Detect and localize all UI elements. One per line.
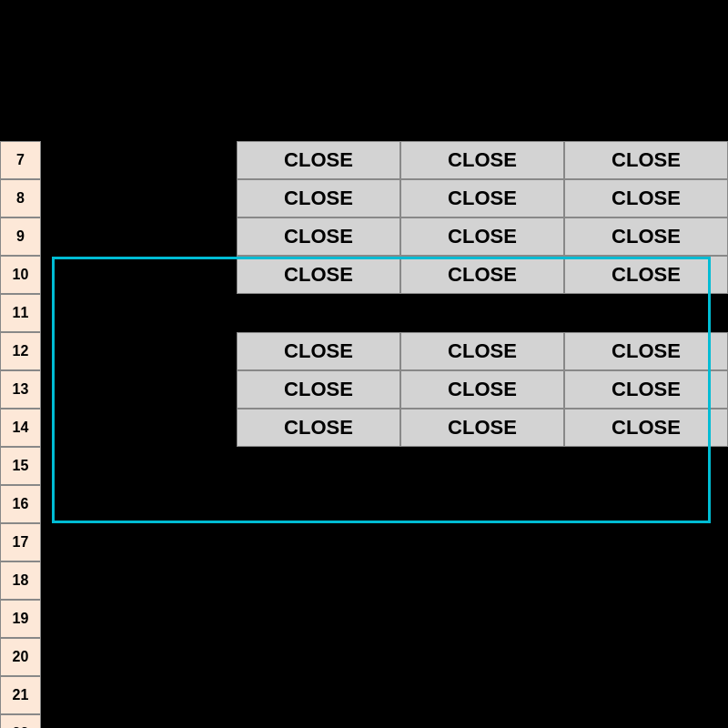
close-cell[interactable]: CLOSE [237, 409, 400, 447]
empty-cell [400, 561, 564, 600]
row-number: 17 [0, 523, 41, 561]
row-spacer [41, 600, 237, 638]
empty-cell [564, 523, 728, 561]
table-row: 19 [0, 600, 728, 638]
close-cell[interactable]: CLOSE [400, 179, 564, 217]
empty-cell [400, 485, 564, 523]
close-cell[interactable]: CLOSE [400, 141, 564, 179]
row-spacer [41, 256, 237, 294]
row-number: 11 [0, 294, 41, 332]
empty-cell [564, 676, 728, 714]
empty-cell [564, 714, 728, 728]
close-cell[interactable]: CLOSE [564, 217, 728, 256]
close-cell[interactable]: CLOSE [237, 179, 400, 217]
close-cell[interactable]: CLOSE [400, 370, 564, 409]
table-row: 16 [0, 485, 728, 523]
row-number: 14 [0, 409, 41, 447]
row-number: 12 [0, 332, 41, 370]
row-number: 7 [0, 141, 41, 179]
table-row: 14CLOSECLOSECLOSE [0, 409, 728, 447]
empty-cell [237, 638, 400, 676]
table-row: 13CLOSECLOSECLOSE [0, 370, 728, 409]
row-number: 19 [0, 600, 41, 638]
row-number: 20 [0, 638, 41, 676]
row-spacer [41, 561, 237, 600]
table-row: 8CLOSECLOSECLOSE [0, 179, 728, 217]
empty-cell [237, 600, 400, 638]
row-number: 16 [0, 485, 41, 523]
empty-cell [564, 447, 728, 485]
row-number: 10 [0, 256, 41, 294]
empty-cell [237, 561, 400, 600]
row-spacer [41, 523, 237, 561]
close-cell[interactable]: CLOSE [400, 332, 564, 370]
empty-cell [400, 447, 564, 485]
row-number: 8 [0, 179, 41, 217]
table-row: 15 [0, 447, 728, 485]
row-spacer [41, 179, 237, 217]
close-cell[interactable]: CLOSE [564, 409, 728, 447]
table-row: 11 [0, 294, 728, 332]
empty-cell [564, 600, 728, 638]
close-cell[interactable]: CLOSE [237, 141, 400, 179]
table-row: 18 [0, 561, 728, 600]
close-cell[interactable]: CLOSE [237, 217, 400, 256]
empty-cell [400, 294, 564, 332]
row-spacer [41, 217, 237, 256]
row-number: 22 [0, 714, 41, 728]
empty-cell [237, 714, 400, 728]
empty-cell [400, 676, 564, 714]
row-number: 21 [0, 676, 41, 714]
empty-cell [237, 447, 400, 485]
close-cell[interactable]: CLOSE [237, 370, 400, 409]
row-spacer [41, 370, 237, 409]
close-cell[interactable]: CLOSE [564, 141, 728, 179]
table-row: 12CLOSECLOSECLOSE [0, 332, 728, 370]
empty-cell [400, 523, 564, 561]
table-row: 10CLOSECLOSECLOSE [0, 256, 728, 294]
row-spacer [41, 714, 237, 728]
empty-cell [237, 676, 400, 714]
table-row: 21 [0, 676, 728, 714]
empty-cell [400, 638, 564, 676]
close-cell[interactable]: CLOSE [564, 370, 728, 409]
empty-cell [564, 485, 728, 523]
row-spacer [41, 485, 237, 523]
close-cell[interactable]: CLOSE [400, 256, 564, 294]
table-row: 7CLOSECLOSECLOSE [0, 141, 728, 179]
table-row: 17 [0, 523, 728, 561]
empty-cell [237, 485, 400, 523]
table-row: 20 [0, 638, 728, 676]
row-spacer [41, 332, 237, 370]
close-cell[interactable]: CLOSE [237, 256, 400, 294]
close-cell[interactable]: CLOSE [400, 217, 564, 256]
close-cell[interactable]: CLOSE [564, 179, 728, 217]
row-spacer [41, 447, 237, 485]
empty-cell [564, 294, 728, 332]
empty-cell [400, 714, 564, 728]
grid: 7CLOSECLOSECLOSE8CLOSECLOSECLOSE9CLOSECL… [0, 141, 728, 728]
empty-cell [237, 523, 400, 561]
row-number: 18 [0, 561, 41, 600]
row-spacer [41, 409, 237, 447]
row-number: 15 [0, 447, 41, 485]
empty-cell [400, 600, 564, 638]
row-number: 9 [0, 217, 41, 256]
empty-cell [564, 561, 728, 600]
table-row: 22 [0, 714, 728, 728]
row-spacer [41, 638, 237, 676]
close-cell[interactable]: CLOSE [564, 332, 728, 370]
close-cell[interactable]: CLOSE [564, 256, 728, 294]
table-row: 9CLOSECLOSECLOSE [0, 217, 728, 256]
close-cell[interactable]: CLOSE [237, 332, 400, 370]
row-spacer [41, 141, 237, 179]
row-number: 13 [0, 370, 41, 409]
close-cell[interactable]: CLOSE [400, 409, 564, 447]
empty-cell [564, 638, 728, 676]
empty-cell [237, 294, 400, 332]
row-spacer [41, 676, 237, 714]
row-spacer [41, 294, 237, 332]
